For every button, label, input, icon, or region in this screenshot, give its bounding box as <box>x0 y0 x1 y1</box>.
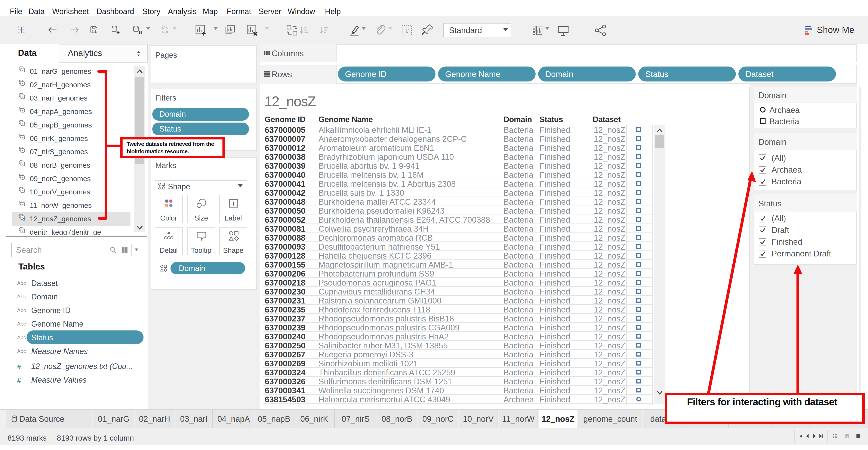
svg-text:T: T <box>405 27 408 34</box>
svg-text:T: T <box>232 201 235 207</box>
